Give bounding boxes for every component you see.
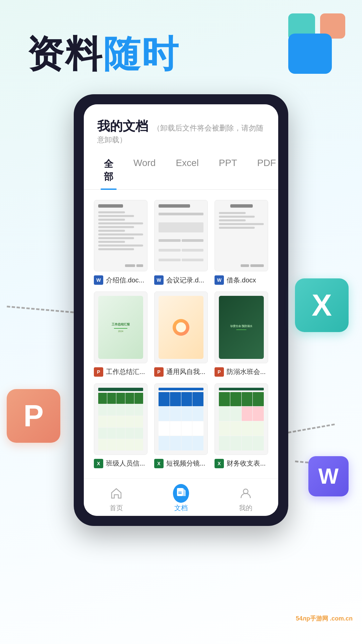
doc-name-row-3: P 工作总结汇... [94, 367, 147, 377]
doc-name-1: 会议记录.d... [166, 276, 208, 285]
doc-thumb-0 [94, 200, 147, 271]
phone-screen: 我的文档 （卸载后文件将会被删除，请勿随意卸载） 全部 Word Excel P… [84, 104, 278, 516]
nav-me-label: 我的 [239, 503, 252, 513]
float-x-icon: X [295, 278, 349, 332]
doc-name-row-8: X 财务收支表... [215, 459, 268, 468]
docs-icon [173, 485, 189, 501]
tab-pdf[interactable]: PDF [247, 152, 278, 189]
doc-type-icon-1: W [154, 275, 164, 285]
doc-cell-3[interactable]: 工作总结汇报 2024 P 工作总结汇... [90, 288, 151, 380]
tab-excel[interactable]: Excel [166, 152, 208, 189]
watermark: 54лр手游网 .com.cn [293, 613, 355, 624]
hero-title-black: 资料 [27, 33, 103, 74]
doc-name-5: 防溺水班会... [227, 367, 268, 376]
screen-title: 我的文档 [97, 119, 148, 133]
me-icon [238, 485, 254, 501]
doc-cell-2[interactable]: W 借条.docx [211, 197, 272, 288]
doc-cell-1[interactable]: W 会议记录.d... [151, 197, 211, 288]
tab-ppt[interactable]: PPT [209, 152, 247, 189]
doc-cell-8[interactable]: X 财务收支表... [211, 380, 272, 472]
float-w-icon: W [308, 456, 349, 496]
doc-name-6: 班级人员信... [106, 459, 147, 468]
doc-thumb-2 [215, 200, 268, 271]
nav-docs[interactable]: 文档 [148, 485, 213, 513]
tab-all[interactable]: 全部 [94, 152, 123, 189]
screen-header: 我的文档 （卸载后文件将会被删除，请勿随意卸载） [84, 104, 278, 152]
doc-type-icon-6: X [94, 459, 103, 468]
doc-thumb-1 [154, 200, 208, 271]
hero-section: 资料随时 [0, 0, 362, 94]
doc-thumb-7 [154, 383, 208, 455]
doc-thumb-4 [154, 291, 208, 363]
doc-type-icon-7: X [154, 459, 164, 468]
doc-name-4: 通用风自我... [166, 367, 208, 376]
doc-name-row-2: W 借条.docx [215, 275, 268, 285]
nav-docs-label: 文档 [174, 503, 188, 513]
doc-name-row-7: X 短视频分镜... [154, 459, 208, 468]
doc-name-0: 介绍信.doc... [106, 276, 147, 285]
doc-thumb-8 [215, 383, 268, 455]
doc-cell-5[interactable]: 珍爱生命·预防溺水 P 防溺水班会... [211, 288, 272, 380]
doc-grid: W 介绍信.doc... [84, 190, 278, 478]
doc-thumb-6 [94, 383, 147, 455]
doc-type-icon-8: X [215, 459, 224, 468]
doc-thumb-3: 工作总结汇报 2024 [94, 291, 147, 363]
doc-name-row-1: W 会议记录.d... [154, 275, 208, 285]
home-icon [108, 485, 124, 501]
doc-cell-6[interactable]: X 班级人员信... [90, 380, 151, 472]
tabs-bar: 全部 Word Excel PPT PDF [84, 152, 278, 190]
phone-wrapper: 我的文档 （卸载后文件将会被删除，请勿随意卸载） 全部 Word Excel P… [47, 94, 315, 526]
doc-thumb-5: 珍爱生命·预防溺水 [215, 291, 268, 363]
float-p-icon: P [7, 389, 60, 443]
tab-word[interactable]: Word [123, 152, 166, 189]
nav-me[interactable]: 我的 [214, 485, 278, 513]
doc-name-row-5: P 防溺水班会... [215, 367, 268, 377]
doc-cell-4[interactable]: P 通用风自我... [151, 288, 211, 380]
doc-type-icon-4: P [154, 367, 164, 377]
doc-name-row-4: P 通用风自我... [154, 367, 208, 377]
doc-name-3: 工作总结汇... [106, 367, 147, 376]
doc-name-8: 财务收支表... [227, 459, 268, 468]
phone-frame: 我的文档 （卸载后文件将会被删除，请勿随意卸载） 全部 Word Excel P… [74, 94, 288, 526]
doc-cell-0[interactable]: W 介绍信.doc... [90, 197, 151, 288]
hero-title-blue: 随时 [103, 33, 180, 74]
doc-type-icon-5: P [215, 367, 224, 377]
hero-title: 资料随时 [27, 34, 335, 74]
doc-cell-7[interactable]: X 短视频分镜... [151, 380, 211, 472]
doc-name-2: 借条.docx [227, 276, 268, 285]
bottom-nav: 首页 文档 [84, 478, 278, 516]
doc-type-icon-2: W [215, 275, 224, 285]
doc-name-7: 短视频分镜... [166, 459, 208, 468]
nav-home-label: 首页 [110, 503, 123, 513]
doc-type-icon-3: P [94, 367, 103, 377]
doc-name-row-6: X 班级人员信... [94, 459, 147, 468]
nav-home[interactable]: 首页 [84, 485, 148, 513]
doc-type-icon-0: W [94, 275, 103, 285]
doc-name-row-0: W 介绍信.doc... [94, 275, 147, 285]
